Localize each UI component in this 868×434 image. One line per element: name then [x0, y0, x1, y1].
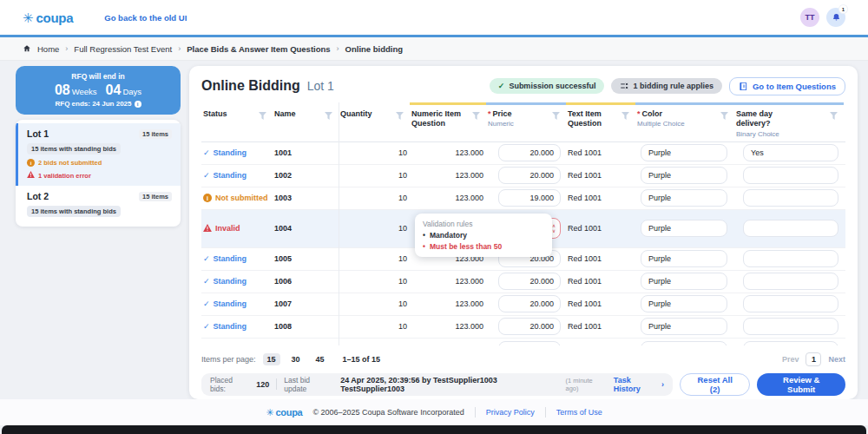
- price-input[interactable]: 20.000: [498, 144, 561, 161]
- same-day-select[interactable]: [743, 273, 838, 290]
- status-label: Standing: [214, 277, 247, 286]
- column-header-same-day-delivery: Same day delivery? Binary Choice: [734, 102, 844, 138]
- column-label: Same day delivery?: [736, 109, 786, 129]
- items-per-page-30[interactable]: 30: [287, 353, 305, 365]
- prev-page-button[interactable]: Prev: [782, 355, 799, 364]
- info-icon[interactable]: i: [135, 101, 141, 108]
- lot-item-2[interactable]: Lot 2 15 items 15 items with standing bi…: [16, 186, 181, 223]
- filter-icon[interactable]: [552, 112, 560, 120]
- color-select[interactable]: Purple: [641, 273, 727, 290]
- name-cell: 1006: [273, 277, 339, 286]
- next-page-button[interactable]: Next: [828, 355, 845, 364]
- same-day-select[interactable]: [743, 167, 838, 184]
- chevron-right-icon: ›: [178, 44, 181, 53]
- same-day-cell: Yes: [734, 144, 844, 161]
- filter-icon[interactable]: [396, 112, 404, 120]
- color-select[interactable]: Purple: [641, 295, 727, 312]
- column-type-label: Multiple Choice: [637, 120, 722, 128]
- same-day-select[interactable]: [743, 341, 838, 345]
- task-history-link[interactable]: Task History ›: [614, 376, 664, 393]
- quantity-cell: 10: [339, 277, 410, 286]
- same-day-select[interactable]: Yes: [743, 144, 838, 161]
- privacy-policy-link[interactable]: Privacy Policy: [486, 408, 535, 417]
- bidding-rule-badge[interactable]: 1 bidding rule applies: [611, 78, 722, 94]
- terms-of-use-link[interactable]: Terms of Use: [556, 408, 602, 417]
- lot-item-1[interactable]: Lot 1 15 items 15 items with standing bi…: [16, 123, 181, 186]
- color-cell: Purple: [635, 167, 734, 184]
- validation-rule: • Mandatory: [423, 231, 544, 240]
- days-label: Days: [122, 87, 141, 96]
- filter-icon[interactable]: [325, 112, 332, 120]
- weeks-label: Weeks: [72, 87, 97, 96]
- same-day-select[interactable]: [743, 295, 838, 312]
- pagination-controls: Prev 1 Next: [782, 352, 845, 366]
- filter-icon[interactable]: [259, 112, 266, 120]
- divider: [276, 378, 277, 390]
- color-cell: [635, 341, 734, 345]
- price-value: 20.000: [529, 148, 554, 157]
- lot-name: Lot 1: [27, 128, 49, 139]
- breadcrumb-place-bids[interactable]: Place Bids & Answer Item Questions: [187, 44, 330, 54]
- price-input[interactable]: 19.000: [498, 189, 561, 207]
- required-asterisk: *: [488, 109, 491, 118]
- price-input[interactable]: 20.000: [498, 318, 561, 335]
- column-header-name: Name: [273, 102, 339, 138]
- color-select[interactable]: Purple: [641, 189, 727, 207]
- price-input[interactable]: [498, 341, 561, 345]
- info-icon: i: [27, 159, 35, 167]
- warning-text: 1 validation error: [38, 172, 91, 180]
- lot-items-count: 15 items: [139, 129, 172, 139]
- chevron-right-icon: ›: [661, 380, 664, 389]
- breadcrumb-event[interactable]: Full Regression Test Event: [74, 44, 172, 54]
- items-per-page-15[interactable]: 15: [263, 353, 280, 365]
- color-select[interactable]: Purple: [641, 318, 727, 335]
- stepper-down-icon[interactable]: ∨: [552, 228, 556, 233]
- color-select[interactable]: Purple: [641, 167, 727, 184]
- filter-icon[interactable]: [720, 112, 728, 120]
- lot-name: Lot 2: [27, 191, 49, 201]
- submission-status-badge: ✓ Submission successful: [490, 78, 605, 94]
- filter-icon[interactable]: [830, 112, 838, 120]
- go-to-item-questions-button[interactable]: Go to Item Questions: [729, 77, 845, 95]
- price-cell: 20.000: [486, 295, 566, 312]
- price-input[interactable]: 20.000: [498, 167, 561, 184]
- avatar[interactable]: TT: [800, 8, 819, 27]
- status-label: Standing: [214, 322, 247, 331]
- price-input[interactable]: 20.000: [498, 295, 561, 312]
- color-select[interactable]: Purple: [641, 220, 727, 237]
- items-per-page-45[interactable]: 45: [312, 353, 329, 365]
- status-cell: ✓ Standing: [201, 171, 273, 180]
- breadcrumb-home[interactable]: Home: [37, 44, 59, 54]
- page-number-input[interactable]: 1: [806, 352, 821, 366]
- bullet-icon: •: [423, 242, 425, 251]
- filter-icon[interactable]: [472, 112, 480, 120]
- reset-all-button[interactable]: Reset All (2): [680, 373, 751, 396]
- same-day-select[interactable]: [743, 250, 838, 267]
- same-day-select[interactable]: [743, 189, 838, 207]
- same-day-select[interactable]: [743, 220, 838, 237]
- numeric-question-cell: 123.000: [410, 148, 486, 157]
- same-day-select[interactable]: [743, 318, 838, 335]
- column-header-quantity: Quantity: [339, 102, 410, 138]
- price-input[interactable]: 20.000: [498, 273, 561, 290]
- divider: [475, 407, 476, 418]
- coupa-logo[interactable]: ✳ coupa: [23, 10, 73, 25]
- go-to-item-questions-label: Go to Item Questions: [753, 82, 836, 91]
- notifications-button[interactable]: 1: [826, 8, 845, 27]
- color-select[interactable]: [641, 341, 727, 345]
- filter-icon[interactable]: [621, 112, 629, 120]
- table-row: ✓ Standing 1008 10 123.000 20.000 Red 10…: [201, 316, 845, 339]
- content: RFQ will end in 08Weeks 04Days RFQ ends:…: [0, 61, 868, 399]
- column-header-text-item-question: Text Item Question: [566, 102, 635, 138]
- same-day-cell: [734, 318, 844, 335]
- color-select[interactable]: Purple: [641, 144, 727, 161]
- color-cell: Purple: [635, 295, 734, 312]
- table-row: ✓ Standing 1007 10 123.000 20.000 Red 10…: [201, 293, 845, 316]
- coupa-logo-text: coupa: [36, 10, 74, 25]
- rfq-ends: RFQ ends: 24 Jun 2025 i: [21, 100, 175, 108]
- review-submit-button[interactable]: Review & Submit: [757, 373, 845, 396]
- breadcrumb-current: Online bidding: [345, 44, 404, 54]
- price-cell: [486, 341, 566, 345]
- back-to-old-ui-link[interactable]: Go back to the old UI: [104, 13, 187, 23]
- color-select[interactable]: Purple: [641, 250, 727, 267]
